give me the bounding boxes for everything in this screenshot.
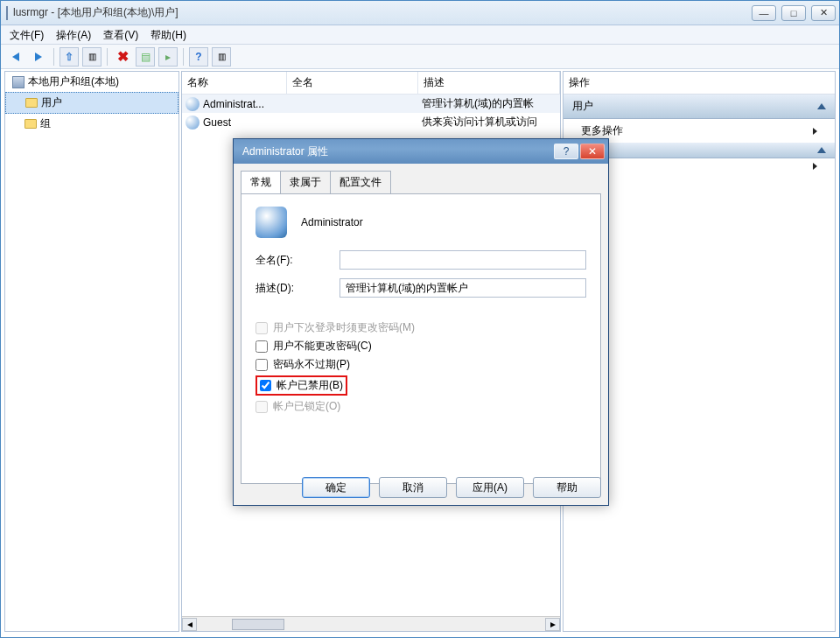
cancel-button[interactable]: 取消 [379, 477, 447, 498]
dialog-title: Administrator 属性 [242, 144, 328, 159]
tree-users-label: 用户 [41, 95, 62, 110]
cell-name: Administrat... [203, 98, 290, 110]
scroll-right-icon[interactable]: ▸ [545, 618, 560, 631]
cell-name: Guest [203, 116, 290, 129]
tree-root-label: 本地用户和组(本地) [28, 74, 119, 89]
dialog-tabs: 常规 隶属于 配置文件 [241, 171, 601, 193]
checkbox-account-disabled-highlight: 帐户已禁用(B) [256, 375, 347, 396]
menu-file[interactable]: 文件(F) [10, 28, 44, 44]
col-name[interactable]: 名称 [182, 72, 287, 94]
dialog-body: 常规 隶属于 配置文件 Administrator 全名(F): 描述(D): [234, 164, 608, 505]
window-title: lusrmgr - [本地用户和组(本地)\用户] [13, 5, 178, 20]
minimize-button[interactable]: — [752, 5, 776, 21]
actions-section-users[interactable]: 用户 [564, 95, 835, 119]
cell-desc: 管理计算机(域)的内置帐 [422, 96, 556, 111]
main-window: lusrmgr - [本地用户和组(本地)\用户] — □ ✕ 文件(F) 操作… [0, 0, 840, 638]
chevron-right-icon [813, 163, 817, 170]
tree-node-users[interactable]: 用户 [5, 92, 178, 114]
refresh-button[interactable]: ▥ [212, 47, 231, 67]
checkbox-input [256, 401, 268, 413]
tab-general[interactable]: 常规 [241, 171, 281, 193]
checkbox-label: 帐户已锁定(O) [273, 399, 340, 414]
back-button[interactable] [6, 47, 25, 67]
cell-desc: 供来宾访问计算机或访问 [422, 115, 556, 130]
dialog-help-button[interactable]: ? [554, 144, 578, 159]
collapse-icon [817, 103, 826, 109]
dialog-close-button[interactable]: ✕ [580, 144, 605, 159]
list-row-administrator[interactable]: Administrat... 管理计算机(域)的内置帐 [182, 95, 560, 113]
user-avatar-icon [256, 207, 287, 238]
checkbox-label: 用户下次登录时须更改密码(M) [273, 320, 415, 335]
fullname-input[interactable] [340, 250, 586, 270]
chevron-right-icon [813, 128, 817, 135]
forward-button[interactable] [29, 47, 48, 67]
column-headers: 名称 全名 描述 [182, 72, 560, 95]
checkbox-cannot-change-password[interactable]: 用户不能更改密码(C) [256, 339, 586, 354]
list-row-guest[interactable]: Guest 供来宾访问计算机或访问 [182, 113, 560, 131]
description-input[interactable] [340, 278, 586, 298]
close-button[interactable]: ✕ [811, 5, 836, 21]
actions-header: 操作 [564, 72, 835, 95]
tab-panel-general: Administrator 全名(F): 描述(D): 用户下次登录时须更改密码… [241, 193, 601, 484]
app-icon [6, 7, 8, 19]
menubar: 文件(F) 操作(A) 查看(V) 帮助(H) [1, 25, 839, 45]
tree-node-groups[interactable]: 组 [5, 114, 178, 134]
checkbox-password-never-expires[interactable]: 密码永不过期(P) [256, 357, 586, 372]
tree-root[interactable]: 本地用户和组(本地) [5, 72, 178, 92]
menu-view[interactable]: 查看(V) [103, 28, 138, 44]
user-icon [186, 97, 200, 111]
checkbox-account-locked: 帐户已锁定(O) [256, 399, 586, 414]
separator [183, 48, 184, 66]
horizontal-scrollbar[interactable]: ◂ ▸ [182, 616, 560, 631]
scroll-thumb[interactable] [232, 619, 284, 630]
checkbox-must-change-password: 用户下次登录时须更改密码(M) [256, 320, 586, 335]
tree-groups-label: 组 [40, 116, 51, 131]
tab-memberof[interactable]: 隶属于 [280, 171, 331, 193]
separator [53, 48, 54, 66]
checkbox-input[interactable] [256, 359, 268, 371]
actions-more-label: 更多操作 [581, 123, 623, 138]
menu-help[interactable]: 帮助(H) [150, 28, 186, 44]
show-hide-tree-button[interactable]: ▥ [82, 47, 102, 67]
checkbox-label: 密码永不过期(P) [273, 357, 350, 372]
dialog-username: Administrator [301, 216, 363, 228]
collapse-icon [817, 147, 826, 153]
titlebar: lusrmgr - [本地用户和组(本地)\用户] — □ ✕ [1, 1, 839, 25]
checkbox-account-disabled[interactable] [260, 380, 271, 391]
folder-icon [25, 98, 38, 108]
properties-dialog: Administrator 属性 ? ✕ 常规 隶属于 配置文件 Adminis… [233, 138, 609, 506]
checkbox-label: 帐户已禁用(B) [276, 378, 343, 393]
dialog-button-row: 确定 取消 应用(A) 帮助 [241, 477, 601, 498]
scroll-left-icon[interactable]: ◂ [182, 618, 197, 631]
properties-button[interactable]: ▤ [136, 47, 155, 67]
checkbox-label: 用户不能更改密码(C) [273, 339, 372, 354]
up-button[interactable]: ⇧ [60, 47, 79, 67]
user-icon [186, 116, 200, 130]
tree-pane: 本地用户和组(本地) 用户 组 [4, 71, 179, 632]
snapin-icon [12, 76, 24, 88]
apply-button[interactable]: 应用(A) [456, 477, 524, 498]
col-fullname[interactable]: 全名 [287, 72, 418, 94]
delete-button[interactable]: ✖ [113, 47, 132, 67]
export-button[interactable]: ▸ [158, 47, 178, 67]
fullname-label: 全名(F): [256, 253, 340, 268]
help-button[interactable]: 帮助 [533, 477, 601, 498]
col-desc[interactable]: 描述 [418, 72, 560, 94]
folder-icon [24, 119, 37, 129]
menu-action[interactable]: 操作(A) [56, 28, 91, 44]
maximize-button[interactable]: □ [781, 5, 806, 21]
separator [107, 48, 108, 66]
toolbar: ⇧ ▥ ✖ ▤ ▸ ? ▥ [1, 45, 839, 69]
actions-users-label: 用户 [572, 99, 593, 114]
checkbox-input[interactable] [256, 340, 268, 353]
description-label: 描述(D): [256, 281, 340, 296]
help-button[interactable]: ? [189, 47, 208, 67]
checkbox-input [256, 322, 268, 334]
dialog-titlebar: Administrator 属性 ? ✕ [234, 139, 608, 164]
ok-button[interactable]: 确定 [302, 477, 370, 498]
tab-profile[interactable]: 配置文件 [330, 171, 391, 193]
